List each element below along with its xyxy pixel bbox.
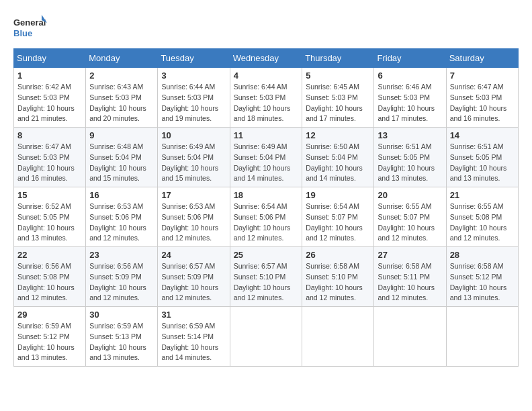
calendar-week-row: 29Sunrise: 6:59 AMSunset: 5:12 PMDayligh… [14, 307, 519, 367]
day-info: Sunrise: 6:57 AMSunset: 5:09 PMDaylight:… [161, 261, 226, 304]
day-cell-14: 14Sunrise: 6:51 AMSunset: 5:05 PMDayligh… [446, 128, 518, 187]
day-number: 2 [89, 71, 154, 81]
day-cell-18: 18Sunrise: 6:54 AMSunset: 5:06 PMDayligh… [230, 187, 302, 247]
day-number: 28 [450, 250, 515, 260]
day-info: Sunrise: 6:51 AMSunset: 5:05 PMDaylight:… [450, 142, 515, 184]
calendar-week-row: 15Sunrise: 6:52 AMSunset: 5:05 PMDayligh… [14, 187, 519, 247]
day-info: Sunrise: 6:53 AMSunset: 5:06 PMDaylight:… [161, 201, 226, 244]
day-header-thursday: Thursday [302, 49, 374, 68]
day-cell-12: 12Sunrise: 6:50 AMSunset: 5:04 PMDayligh… [302, 128, 374, 187]
day-info: Sunrise: 6:50 AMSunset: 5:04 PMDaylight:… [306, 142, 370, 184]
logo: General Blue [13, 13, 47, 42]
day-header-monday: Monday [86, 49, 158, 68]
day-info: Sunrise: 6:58 AMSunset: 5:11 PMDaylight:… [378, 261, 442, 304]
day-number: 8 [17, 130, 82, 140]
day-number: 23 [89, 250, 154, 260]
empty-day-cell [374, 307, 446, 367]
day-info: Sunrise: 6:55 AMSunset: 5:08 PMDaylight:… [450, 201, 515, 244]
day-cell-3: 3Sunrise: 6:44 AMSunset: 5:03 PMDaylight… [158, 68, 230, 128]
day-cell-26: 26Sunrise: 6:58 AMSunset: 5:10 PMDayligh… [302, 247, 374, 307]
day-number: 21 [450, 190, 515, 200]
day-info: Sunrise: 6:42 AMSunset: 5:03 PMDaylight:… [17, 82, 82, 124]
day-number: 25 [234, 250, 299, 260]
calendar-header-row: SundayMondayTuesdayWednesdayThursdayFrid… [14, 49, 519, 68]
day-cell-31: 31Sunrise: 6:59 AMSunset: 5:14 PMDayligh… [158, 307, 230, 367]
day-number: 24 [161, 250, 226, 260]
svg-text:General: General [13, 17, 46, 28]
day-cell-25: 25Sunrise: 6:57 AMSunset: 5:10 PMDayligh… [230, 247, 302, 307]
day-cell-21: 21Sunrise: 6:55 AMSunset: 5:08 PMDayligh… [446, 187, 518, 247]
day-info: Sunrise: 6:59 AMSunset: 5:12 PMDaylight:… [17, 321, 82, 363]
day-cell-20: 20Sunrise: 6:55 AMSunset: 5:07 PMDayligh… [374, 187, 446, 247]
day-cell-23: 23Sunrise: 6:56 AMSunset: 5:09 PMDayligh… [86, 247, 158, 307]
day-info: Sunrise: 6:44 AMSunset: 5:03 PMDaylight:… [234, 82, 299, 124]
day-cell-16: 16Sunrise: 6:53 AMSunset: 5:06 PMDayligh… [86, 187, 158, 247]
day-info: Sunrise: 6:47 AMSunset: 5:03 PMDaylight:… [450, 82, 515, 124]
day-number: 30 [89, 310, 154, 320]
day-cell-22: 22Sunrise: 6:56 AMSunset: 5:08 PMDayligh… [14, 247, 86, 307]
day-number: 10 [161, 130, 226, 140]
day-cell-8: 8Sunrise: 6:47 AMSunset: 5:03 PMDaylight… [14, 128, 86, 187]
day-cell-13: 13Sunrise: 6:51 AMSunset: 5:05 PMDayligh… [374, 128, 446, 187]
day-info: Sunrise: 6:43 AMSunset: 5:03 PMDaylight:… [89, 82, 154, 124]
day-number: 20 [378, 190, 442, 200]
day-cell-28: 28Sunrise: 6:58 AMSunset: 5:12 PMDayligh… [446, 247, 518, 307]
day-info: Sunrise: 6:46 AMSunset: 5:03 PMDaylight:… [378, 82, 442, 124]
logo-svg: General Blue [13, 13, 47, 42]
empty-day-cell [446, 307, 518, 367]
day-info: Sunrise: 6:51 AMSunset: 5:05 PMDaylight:… [378, 142, 442, 184]
day-number: 26 [306, 250, 370, 260]
day-number: 11 [234, 130, 299, 140]
day-number: 5 [306, 71, 370, 81]
day-info: Sunrise: 6:48 AMSunset: 5:04 PMDaylight:… [89, 142, 154, 184]
day-number: 13 [378, 130, 442, 140]
empty-day-cell [302, 307, 374, 367]
day-cell-5: 5Sunrise: 6:45 AMSunset: 5:03 PMDaylight… [302, 68, 374, 128]
day-number: 31 [161, 310, 226, 320]
day-cell-4: 4Sunrise: 6:44 AMSunset: 5:03 PMDaylight… [230, 68, 302, 128]
day-header-tuesday: Tuesday [158, 49, 230, 68]
day-info: Sunrise: 6:49 AMSunset: 5:04 PMDaylight:… [161, 142, 226, 184]
calendar-week-row: 8Sunrise: 6:47 AMSunset: 5:03 PMDaylight… [14, 128, 519, 187]
day-number: 27 [378, 250, 442, 260]
day-number: 3 [161, 71, 226, 81]
day-info: Sunrise: 6:54 AMSunset: 5:07 PMDaylight:… [306, 201, 370, 244]
day-cell-29: 29Sunrise: 6:59 AMSunset: 5:12 PMDayligh… [14, 307, 86, 367]
page-container: General Blue SundayMondayTuesdayWednesda… [13, 13, 519, 367]
day-info: Sunrise: 6:52 AMSunset: 5:05 PMDaylight:… [17, 201, 82, 244]
day-cell-17: 17Sunrise: 6:53 AMSunset: 5:06 PMDayligh… [158, 187, 230, 247]
calendar-week-row: 1Sunrise: 6:42 AMSunset: 5:03 PMDaylight… [14, 68, 519, 128]
day-info: Sunrise: 6:57 AMSunset: 5:10 PMDaylight:… [234, 261, 299, 304]
day-info: Sunrise: 6:58 AMSunset: 5:10 PMDaylight:… [306, 261, 370, 304]
day-number: 29 [17, 310, 82, 320]
day-cell-15: 15Sunrise: 6:52 AMSunset: 5:05 PMDayligh… [14, 187, 86, 247]
day-info: Sunrise: 6:45 AMSunset: 5:03 PMDaylight:… [306, 82, 370, 124]
day-number: 14 [450, 130, 515, 140]
day-info: Sunrise: 6:56 AMSunset: 5:09 PMDaylight:… [89, 261, 154, 304]
day-number: 7 [450, 71, 515, 81]
day-number: 4 [234, 71, 299, 81]
day-cell-6: 6Sunrise: 6:46 AMSunset: 5:03 PMDaylight… [374, 68, 446, 128]
day-info: Sunrise: 6:55 AMSunset: 5:07 PMDaylight:… [378, 201, 442, 244]
day-number: 17 [161, 190, 226, 200]
empty-day-cell [230, 307, 302, 367]
day-cell-19: 19Sunrise: 6:54 AMSunset: 5:07 PMDayligh… [302, 187, 374, 247]
day-info: Sunrise: 6:56 AMSunset: 5:08 PMDaylight:… [17, 261, 82, 304]
day-info: Sunrise: 6:44 AMSunset: 5:03 PMDaylight:… [161, 82, 226, 124]
calendar-week-row: 22Sunrise: 6:56 AMSunset: 5:08 PMDayligh… [14, 247, 519, 307]
day-cell-10: 10Sunrise: 6:49 AMSunset: 5:04 PMDayligh… [158, 128, 230, 187]
day-info: Sunrise: 6:49 AMSunset: 5:04 PMDaylight:… [234, 142, 299, 184]
day-number: 22 [17, 250, 82, 260]
day-header-friday: Friday [374, 49, 446, 68]
day-header-sunday: Sunday [14, 49, 86, 68]
day-number: 6 [378, 71, 442, 81]
day-number: 15 [17, 190, 82, 200]
day-header-wednesday: Wednesday [230, 49, 302, 68]
day-info: Sunrise: 6:53 AMSunset: 5:06 PMDaylight:… [89, 201, 154, 244]
day-cell-7: 7Sunrise: 6:47 AMSunset: 5:03 PMDaylight… [446, 68, 518, 128]
day-info: Sunrise: 6:59 AMSunset: 5:13 PMDaylight:… [89, 321, 154, 363]
day-number: 18 [234, 190, 299, 200]
day-number: 12 [306, 130, 370, 140]
day-info: Sunrise: 6:54 AMSunset: 5:06 PMDaylight:… [234, 201, 299, 244]
day-cell-24: 24Sunrise: 6:57 AMSunset: 5:09 PMDayligh… [158, 247, 230, 307]
